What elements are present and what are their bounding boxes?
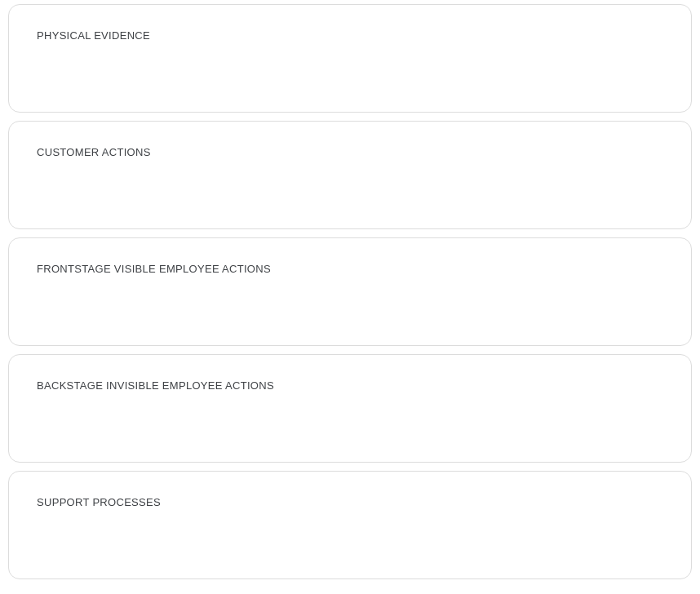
lane-title: BACKSTAGE INVISIBLE EMPLOYEE ACTIONS	[37, 379, 663, 392]
lane-support-processes: SUPPORT PROCESSES	[8, 471, 692, 579]
lane-frontstage-visible-employee-actions: FRONTSTAGE VISIBLE EMPLOYEE ACTIONS	[8, 237, 692, 346]
lane-title: SUPPORT PROCESSES	[37, 496, 663, 508]
lane-physical-evidence: PHYSICAL EVIDENCE	[8, 4, 692, 113]
lane-backstage-invisible-employee-actions: BACKSTAGE INVISIBLE EMPLOYEE ACTIONS	[8, 354, 692, 463]
lane-customer-actions: CUSTOMER ACTIONS	[8, 121, 692, 229]
lane-title: PHYSICAL EVIDENCE	[37, 29, 663, 42]
lane-title: CUSTOMER ACTIONS	[37, 146, 663, 158]
lane-title: FRONTSTAGE VISIBLE EMPLOYEE ACTIONS	[37, 263, 663, 275]
